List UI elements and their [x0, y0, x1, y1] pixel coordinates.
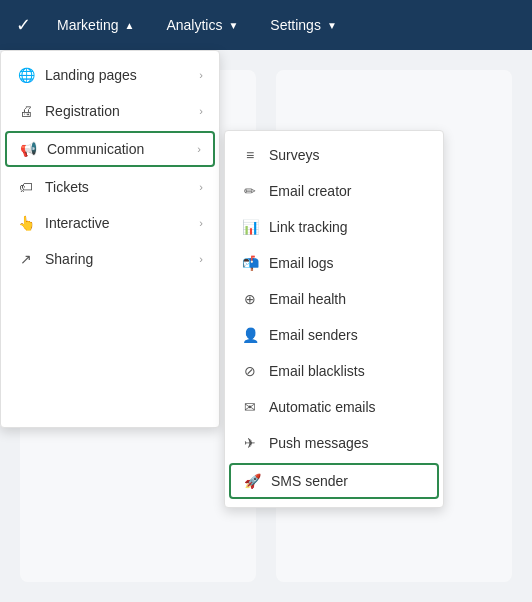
menu-item-registration[interactable]: 🖨 Registration › [1, 93, 219, 129]
menu-item-sharing[interactable]: ↗ Sharing › [1, 241, 219, 277]
automatic-emails-label: Automatic emails [269, 399, 376, 415]
menu-item-email-creator[interactable]: ✏ Email creator [225, 173, 443, 209]
email-logs-icon: 📬 [241, 255, 259, 271]
menu-item-sms-sender[interactable]: 🚀 SMS sender [229, 463, 439, 499]
email-creator-icon: ✏ [241, 183, 259, 199]
menu-item-communication[interactable]: 📢 Communication › [5, 131, 215, 167]
tickets-label: Tickets [45, 179, 189, 195]
registration-label: Registration [45, 103, 189, 119]
secondary-dropdown: ≡ Surveys ✏ Email creator 📊 Link trackin… [224, 130, 444, 508]
push-messages-icon: ✈ [241, 435, 259, 451]
menu-item-interactive[interactable]: 👆 Interactive › [1, 205, 219, 241]
dropdown-overlay: 🌐 Landing pages › 🖨 Registration › 📢 Com… [0, 50, 444, 428]
push-messages-label: Push messages [269, 435, 369, 451]
email-health-label: Email health [269, 291, 346, 307]
landing-pages-arrow: › [199, 69, 203, 81]
sharing-arrow: › [199, 253, 203, 265]
nav-settings-caret: ▼ [327, 20, 337, 31]
menu-item-landing-pages[interactable]: 🌐 Landing pages › [1, 57, 219, 93]
email-health-icon: ⊕ [241, 291, 259, 307]
email-creator-label: Email creator [269, 183, 351, 199]
nav-marketing-caret: ▲ [124, 20, 134, 31]
communication-arrow: › [197, 143, 201, 155]
interactive-arrow: › [199, 217, 203, 229]
menu-item-email-senders[interactable]: 👤 Email senders [225, 317, 443, 353]
menu-item-email-health[interactable]: ⊕ Email health [225, 281, 443, 317]
top-nav: ✓ Marketing ▲ Analytics ▼ Settings ▼ [0, 0, 532, 50]
email-senders-label: Email senders [269, 327, 358, 343]
menu-item-push-messages[interactable]: ✈ Push messages [225, 425, 443, 461]
nav-marketing[interactable]: Marketing ▲ [43, 9, 148, 41]
link-tracking-icon: 📊 [241, 219, 259, 235]
automatic-emails-icon: ✉ [241, 399, 259, 415]
registration-arrow: › [199, 105, 203, 117]
sms-sender-icon: 🚀 [243, 473, 261, 489]
communication-icon: 📢 [19, 141, 37, 157]
nav-settings[interactable]: Settings ▼ [256, 9, 351, 41]
menu-item-email-logs[interactable]: 📬 Email logs [225, 245, 443, 281]
menu-item-link-tracking[interactable]: 📊 Link tracking [225, 209, 443, 245]
surveys-icon: ≡ [241, 147, 259, 163]
nav-analytics[interactable]: Analytics ▼ [152, 9, 252, 41]
menu-item-email-blacklists[interactable]: ⊘ Email blacklists [225, 353, 443, 389]
sharing-icon: ↗ [17, 251, 35, 267]
tickets-arrow: › [199, 181, 203, 193]
registration-icon: 🖨 [17, 103, 35, 119]
primary-dropdown: 🌐 Landing pages › 🖨 Registration › 📢 Com… [0, 50, 220, 428]
landing-pages-label: Landing pages [45, 67, 189, 83]
sharing-label: Sharing [45, 251, 189, 267]
tickets-icon: 🏷 [17, 179, 35, 195]
communication-label: Communication [47, 141, 187, 157]
link-tracking-label: Link tracking [269, 219, 348, 235]
email-blacklists-label: Email blacklists [269, 363, 365, 379]
interactive-icon: 👆 [17, 215, 35, 231]
surveys-label: Surveys [269, 147, 320, 163]
nav-marketing-label: Marketing [57, 17, 118, 33]
nav-check-icon: ✓ [16, 14, 31, 36]
interactive-label: Interactive [45, 215, 189, 231]
menu-item-automatic-emails[interactable]: ✉ Automatic emails [225, 389, 443, 425]
sms-sender-label: SMS sender [271, 473, 348, 489]
menu-item-tickets[interactable]: 🏷 Tickets › [1, 169, 219, 205]
menu-item-surveys[interactable]: ≡ Surveys [225, 137, 443, 173]
email-senders-icon: 👤 [241, 327, 259, 343]
email-logs-label: Email logs [269, 255, 334, 271]
landing-pages-icon: 🌐 [17, 67, 35, 83]
email-blacklists-icon: ⊘ [241, 363, 259, 379]
nav-settings-label: Settings [270, 17, 321, 33]
nav-analytics-caret: ▼ [228, 20, 238, 31]
nav-analytics-label: Analytics [166, 17, 222, 33]
